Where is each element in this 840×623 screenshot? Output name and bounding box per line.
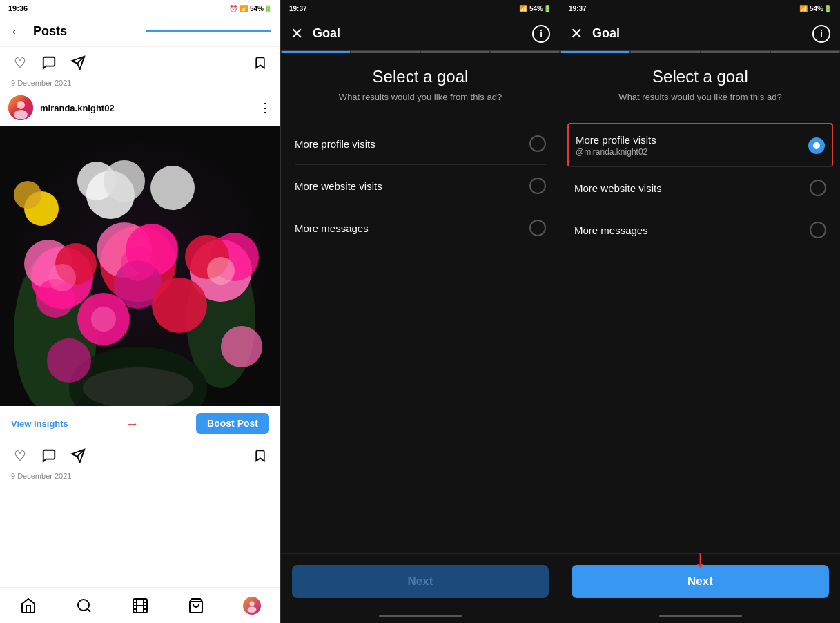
goal-option-profile-label-2: More profile visits <box>295 138 375 150</box>
like-icon-2[interactable]: ♡ <box>11 447 29 465</box>
like-icon[interactable]: ♡ <box>11 54 29 72</box>
select-goal-subtitle-2: What results would you like from this ad… <box>295 92 546 102</box>
comment-icon[interactable] <box>40 54 58 72</box>
bottom-indicator-3 <box>560 609 840 623</box>
radio-messages-3[interactable] <box>810 222 826 238</box>
info-button-2[interactable]: i <box>532 25 550 43</box>
svg-point-33 <box>91 307 116 332</box>
radio-profile-2[interactable] <box>529 135 546 152</box>
comment-icon-2[interactable] <box>40 447 58 465</box>
alarm-icon: ⏰ <box>229 5 237 12</box>
post-actions-row-2: ♡ <box>0 441 280 470</box>
bookmark-icon[interactable] <box>251 54 269 72</box>
home-indicator-3 <box>659 615 742 617</box>
svg-point-28 <box>221 326 262 367</box>
goal-option-profile-text-3: More profile visits @miranda.knight02 <box>576 134 656 157</box>
radio-profile-3-selected[interactable] <box>808 137 825 154</box>
post-username: miranda.knight02 <box>40 103 259 113</box>
select-goal-subtitle-3: What results would you like from this ad… <box>574 92 826 102</box>
svg-point-49 <box>250 601 255 606</box>
avatar <box>8 95 33 120</box>
select-goal-heading-2: Select a goal <box>295 67 546 86</box>
goal-option-messages-3[interactable]: More messages <box>574 209 826 251</box>
close-button-3[interactable]: ✕ <box>570 26 583 41</box>
status-icons-2: 📶 54%🔋 <box>519 5 551 12</box>
posts-title: Posts <box>33 24 146 39</box>
post-header: miranda.knight02 ⋮ <box>0 90 280 126</box>
send-icon-2[interactable] <box>69 447 87 465</box>
home-indicator-2 <box>379 615 462 617</box>
radio-messages-2[interactable] <box>529 220 546 236</box>
goal-title-2: Goal <box>313 26 532 41</box>
close-button-2[interactable]: ✕ <box>291 26 303 41</box>
goal-option-website-label-2: More website visits <box>295 180 382 192</box>
status-time-3: 19:37 <box>569 5 587 12</box>
svg-point-4 <box>14 110 28 119</box>
svg-point-27 <box>152 278 207 333</box>
radio-website-2[interactable] <box>529 178 546 194</box>
status-bar-1: 19:36 ⏰ 📶 54%🔋 <box>0 0 280 17</box>
boost-post-button[interactable]: Boost Post <box>196 413 269 434</box>
status-bar-3: 19:37 📶 54%🔋 <box>560 0 840 17</box>
svg-point-30 <box>48 264 76 291</box>
goal-option-profile-sub-3: @miranda.knight02 <box>576 147 656 157</box>
view-insights-link[interactable]: View Insights <box>11 419 68 429</box>
goal-option-messages-label-2: More messages <box>295 222 369 234</box>
battery-icon: 54%🔋 <box>250 5 272 12</box>
bottom-indicator-2 <box>281 609 560 623</box>
back-arrow-icon[interactable]: ← <box>10 23 25 41</box>
status-bar-2: 19:37 📶 54%🔋 <box>281 0 560 17</box>
svg-point-23 <box>150 166 195 210</box>
panel-instagram-posts: 19:36 ⏰ 📶 54%🔋 ← Posts ♡ <box>0 0 280 623</box>
goal-option-messages-2[interactable]: More messages <box>295 207 546 249</box>
goal-content-2: Select a goal What results would you lik… <box>281 53 560 553</box>
svg-point-32 <box>207 257 235 285</box>
posts-header: ← Posts <box>0 17 280 47</box>
send-icon[interactable] <box>69 54 87 72</box>
svg-point-25 <box>14 181 41 209</box>
goal-option-website-3[interactable]: More website visits <box>574 167 826 209</box>
profile-nav-icon[interactable] <box>242 596 262 615</box>
status-time-2: 19:37 <box>289 5 307 12</box>
flower-bouquet-image <box>0 126 280 406</box>
shop-nav-icon[interactable] <box>186 596 206 615</box>
header-blue-line <box>146 30 271 32</box>
goal-option-messages-label-3: More messages <box>574 224 648 236</box>
bottom-nav <box>0 587 280 623</box>
radio-website-3[interactable] <box>810 180 826 196</box>
action-icons-left-2: ♡ <box>11 447 87 465</box>
red-arrow-down-icon: ↓ <box>694 546 707 571</box>
goal-header-3: ✕ Goal i <box>560 17 840 51</box>
bookmark-icon-2[interactable] <box>251 447 269 465</box>
search-nav-icon[interactable] <box>75 596 94 615</box>
reels-nav-icon[interactable] <box>130 596 150 615</box>
svg-point-37 <box>78 600 89 611</box>
svg-point-31 <box>121 247 155 281</box>
info-button-3[interactable]: i <box>812 25 830 43</box>
svg-point-29 <box>47 338 91 383</box>
home-nav-icon[interactable] <box>19 596 38 615</box>
goal-content-3: Select a goal What results would you lik… <box>560 53 840 553</box>
panel-goal-unselected: 19:37 📶 54%🔋 ✕ Goal i Select a goal What… <box>280 0 560 623</box>
goal-option-profile-2[interactable]: More profile visits <box>295 123 546 165</box>
goal-header-2: ✕ Goal i <box>281 17 560 51</box>
boost-row: View Insights → Boost Post <box>0 406 280 441</box>
next-button-container-2: Next <box>281 553 560 609</box>
status-time-1: 19:36 <box>8 4 28 12</box>
date-label-2: 9 December 2021 <box>0 470 280 483</box>
arrow-right-icon: → <box>125 416 139 432</box>
flower-svg <box>0 126 280 406</box>
svg-point-22 <box>104 160 145 202</box>
svg-line-38 <box>87 608 90 611</box>
action-icons-left: ♡ <box>11 54 87 72</box>
wifi-icon: 📶 <box>240 5 248 12</box>
goal-title-3: Goal <box>592 26 812 41</box>
more-options-icon[interactable]: ⋮ <box>259 100 272 115</box>
next-button-2[interactable]: Next <box>292 565 549 598</box>
goal-option-profile-3[interactable]: More profile visits @miranda.knight02 <box>567 123 833 167</box>
status-icons-3: 📶 54%🔋 <box>799 5 832 12</box>
status-icons-1: ⏰ 📶 54%🔋 <box>229 5 272 12</box>
post-actions-row: ♡ <box>0 47 280 79</box>
goal-option-website-2[interactable]: More website visits <box>295 165 546 207</box>
goal-option-profile-label-3: More profile visits <box>576 134 656 146</box>
